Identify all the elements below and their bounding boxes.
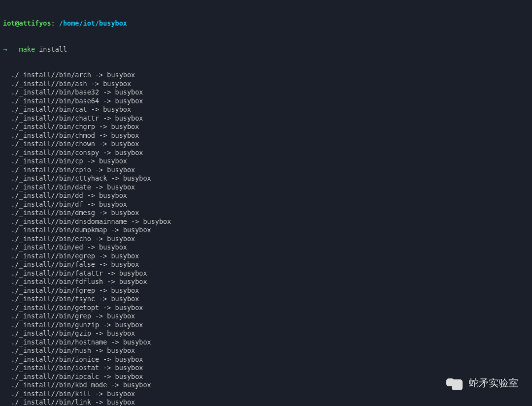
symlink-line: ./_install//bin/chmod -> busybox <box>3 131 529 140</box>
prompt-line: iot@attifyos: /home/iot/busybox <box>3 19 529 28</box>
symlink-line: ./_install//bin/base32 -> busybox <box>3 88 529 97</box>
symlink-line: ./_install//bin/chgrp -> busybox <box>3 123 529 131</box>
symlink-line: ./_install//bin/hush -> busybox <box>3 346 529 355</box>
symlink-line: ./_install//bin/ash -> busybox <box>3 80 529 89</box>
symlink-line: ./_install//bin/hostname -> busybox <box>3 338 529 347</box>
symlink-line: ./_install//bin/cp -> busybox <box>3 157 529 166</box>
symlink-line: ./_install//bin/getopt -> busybox <box>3 304 529 312</box>
terminal-output[interactable]: iot@attifyos: /home/iot/busybox → make i… <box>0 0 532 406</box>
command-line: → make install <box>3 45 529 54</box>
symlink-line: ./_install//bin/fgrep -> busybox <box>3 286 529 295</box>
symlink-line: ./_install//bin/chown -> busybox <box>3 140 529 149</box>
symlink-line: ./_install//bin/grep -> busybox <box>3 312 529 321</box>
symlink-line: ./_install//bin/dumpkmap -> busybox <box>3 226 529 235</box>
symlink-line: ./_install//bin/cat -> busybox <box>3 105 529 114</box>
symlink-line: ./_install//bin/chattr -> busybox <box>3 114 529 123</box>
symlink-line: ./_install//bin/df -> busybox <box>3 200 529 209</box>
symlink-line: ./_install//bin/fsync -> busybox <box>3 295 529 304</box>
symlink-line: ./_install//bin/ipcalc -> busybox <box>3 373 529 381</box>
symlink-line: ./_install//bin/dd -> busybox <box>3 191 529 200</box>
symlink-line: ./_install//bin/gunzip -> busybox <box>3 321 529 330</box>
command-rest: install <box>35 45 67 53</box>
symlink-line: ./_install//bin/ed -> busybox <box>3 243 529 252</box>
symlink-line: ./_install//bin/date -> busybox <box>3 183 529 192</box>
symlink-line: ./_install//bin/echo -> busybox <box>3 235 529 244</box>
symlink-line: ./_install//bin/gzip -> busybox <box>3 329 529 338</box>
symlink-line: ./_install//bin/fatattr -> busybox <box>3 269 529 278</box>
prompt-user: iot@attifyos <box>3 19 51 27</box>
symlink-line: ./_install//bin/fdflush -> busybox <box>3 278 529 286</box>
symlink-line: ./_install//bin/kbd_mode -> busybox <box>3 381 529 390</box>
command-make: make <box>19 45 35 53</box>
symlink-line: ./_install//bin/egrep -> busybox <box>3 252 529 261</box>
symlink-line: ./_install//bin/false -> busybox <box>3 260 529 269</box>
prompt-colon: : <box>51 19 59 27</box>
symlink-line: ./_install//bin/base64 -> busybox <box>3 97 529 106</box>
symlink-line: ./_install//bin/dnsdomainname -> busybox <box>3 218 529 226</box>
symlink-line: ./_install//bin/link -> busybox <box>3 398 529 406</box>
prompt-path: /home/iot/busybox <box>59 19 127 27</box>
prompt-arrow: → <box>3 45 7 53</box>
symlink-line: ./_install//bin/cpio -> busybox <box>3 166 529 175</box>
symlink-line: ./_install//bin/ionice -> busybox <box>3 355 529 364</box>
symlink-line: ./_install//bin/cttyhack -> busybox <box>3 174 529 183</box>
output-lines: ./_install//bin/arch -> busybox ./_insta… <box>3 71 529 406</box>
symlink-line: ./_install//bin/dmesg -> busybox <box>3 209 529 218</box>
symlink-line: ./_install//bin/conspy -> busybox <box>3 149 529 157</box>
symlink-line: ./_install//bin/iostat -> busybox <box>3 364 529 373</box>
symlink-line: ./_install//bin/arch -> busybox <box>3 71 529 80</box>
symlink-line: ./_install//bin/kill -> busybox <box>3 390 529 399</box>
